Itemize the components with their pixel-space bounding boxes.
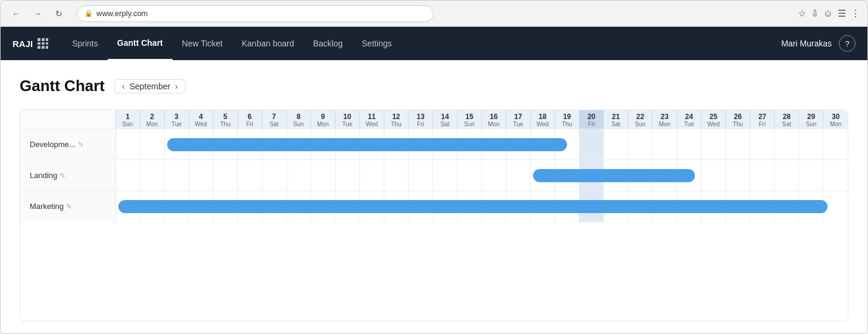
gantt-cell-1-5 xyxy=(213,160,237,191)
day-18: 18Wed xyxy=(531,110,555,129)
day-7: 7Sat xyxy=(262,110,286,129)
gantt-cell-1-7 xyxy=(262,160,286,191)
row-label-text-0: Developme... xyxy=(30,140,76,149)
gantt-cell-0-24 xyxy=(677,129,701,160)
day-3: 3Tue xyxy=(164,110,189,129)
day-6: 6Fri xyxy=(237,110,262,129)
gantt-cell-1-8 xyxy=(286,160,311,191)
gantt-cell-1-2 xyxy=(140,160,164,191)
month-nav: ‹ September › xyxy=(114,79,186,93)
month-label: September xyxy=(130,82,170,91)
day-28: 28Sat xyxy=(775,110,799,129)
navbar: RAJI Sprints Gantt Chart New Ticket Kanb… xyxy=(1,27,867,60)
nav-settings[interactable]: Settings xyxy=(352,27,402,60)
gantt-bar-2[interactable] xyxy=(118,200,828,213)
day-13: 13Fri xyxy=(408,110,433,129)
address-bar: 🔒 www.erply.com xyxy=(77,5,434,22)
page-title: Gantt Chart xyxy=(20,77,105,95)
extensions-icon[interactable]: ☰ xyxy=(838,8,846,19)
day-30: 30Mon xyxy=(823,110,848,129)
nav-gantt-chart[interactable]: Gantt Chart xyxy=(108,27,173,60)
profile-icon[interactable]: ☺ xyxy=(823,8,833,19)
row-label-0: Developme...✎ xyxy=(20,129,115,160)
gantt-cell-1-30 xyxy=(823,160,848,191)
edit-icon-0[interactable]: ✎ xyxy=(78,141,84,149)
row-label-text-1: Landing xyxy=(30,171,57,180)
gantt-cell-0-25 xyxy=(701,129,726,160)
day-14: 14Sat xyxy=(433,110,457,129)
gantt-bar-1[interactable] xyxy=(533,169,695,182)
gantt-cell-1-26 xyxy=(726,160,750,191)
gantt-chart: 1Sun 2Mon 3Tue 4Wed 5Thu 6Fri 7Sat 8Sun … xyxy=(20,110,848,321)
gantt-cell-0-27 xyxy=(750,129,775,160)
day-20: 20Fri xyxy=(579,110,604,129)
day-25: 25Wed xyxy=(701,110,726,129)
gantt-cell-1-15 xyxy=(457,160,481,191)
star-icon[interactable]: ☆ xyxy=(798,8,806,19)
brand: RAJI xyxy=(12,38,48,49)
day-21: 21Sat xyxy=(604,110,628,129)
gantt-cell-0-29 xyxy=(799,129,823,160)
forward-button[interactable]: → xyxy=(29,5,46,22)
nav-backlog[interactable]: Backlog xyxy=(303,27,352,60)
nav-new-ticket[interactable]: New Ticket xyxy=(173,27,232,60)
page-header: Gantt Chart ‹ September › xyxy=(20,77,848,95)
gantt-cell-0-28 xyxy=(775,129,799,160)
gantt-cell-1-4 xyxy=(189,160,213,191)
gantt-cell-1-16 xyxy=(481,160,506,191)
browser-window: ← → ↻ 🔒 www.erply.com ☆ ⇩ ☺ ☰ ⋮ RAJI xyxy=(0,0,868,334)
navbar-right: Mari Murakas ? xyxy=(781,35,856,52)
day-17: 17Tue xyxy=(506,110,531,129)
gantt-row: Marketing✎ xyxy=(20,191,848,222)
gantt-cell-0-1 xyxy=(115,129,140,160)
day-10: 10Tue xyxy=(335,110,359,129)
gantt-cell-0-30 xyxy=(823,129,848,160)
nav-sprints[interactable]: Sprints xyxy=(62,27,108,60)
next-month-button[interactable]: › xyxy=(174,82,179,91)
gantt-cell-1-17 xyxy=(506,160,531,191)
gantt-bar-0[interactable] xyxy=(167,138,568,151)
gantt-cell-0-23 xyxy=(653,129,677,160)
row-label-2: Marketing✎ xyxy=(20,191,115,222)
back-button[interactable]: ← xyxy=(8,5,24,22)
row-label-1: Landing✎ xyxy=(20,160,115,191)
gantt-cell-0-3 xyxy=(164,129,189,160)
gantt-cell-1-9 xyxy=(311,160,335,191)
gantt-cell-2-1 xyxy=(115,191,140,222)
gantt-cell-1-27 xyxy=(750,160,775,191)
download-icon[interactable]: ⇩ xyxy=(811,8,819,19)
security-icon: 🔒 xyxy=(84,10,93,17)
help-button[interactable]: ? xyxy=(839,35,856,52)
nav-kanban-board[interactable]: Kanban board xyxy=(232,27,303,60)
url-text: www.erply.com xyxy=(96,9,148,18)
day-27: 27Fri xyxy=(750,110,775,129)
gantt-cell-1-14 xyxy=(433,160,457,191)
day-16: 16Mon xyxy=(481,110,506,129)
day-5: 5Thu xyxy=(213,110,237,129)
main-content: Gantt Chart ‹ September › xyxy=(1,60,867,333)
edit-icon-2[interactable]: ✎ xyxy=(66,202,72,211)
menu-icon[interactable]: ⋮ xyxy=(851,8,860,19)
brand-name: RAJI xyxy=(12,39,33,49)
day-11: 11Wed xyxy=(359,110,384,129)
refresh-button[interactable]: ↻ xyxy=(51,5,67,22)
browser-right-icons: ☆ ⇩ ☺ ☰ ⋮ xyxy=(798,8,860,19)
day-19: 19Thu xyxy=(555,110,579,129)
gantt-cell-1-18 xyxy=(531,160,555,191)
gantt-cell-1-28 xyxy=(775,160,799,191)
edit-icon-1[interactable]: ✎ xyxy=(59,171,65,180)
gantt-cell-1-10 xyxy=(335,160,359,191)
prev-month-button[interactable]: ‹ xyxy=(121,82,126,91)
browser-toolbar: ← → ↻ 🔒 www.erply.com ☆ ⇩ ☺ ☰ ⋮ xyxy=(1,1,867,27)
day-1: 1Sun xyxy=(115,110,140,129)
day-9: 9Mon xyxy=(311,110,335,129)
gantt-label-header xyxy=(20,110,115,129)
gantt-cell-0-21 xyxy=(604,129,628,160)
gantt-cell-1-13 xyxy=(408,160,433,191)
gantt-cell-1-29 xyxy=(799,160,823,191)
day-2: 2Mon xyxy=(140,110,164,129)
gantt-header-row: 1Sun 2Mon 3Tue 4Wed 5Thu 6Fri 7Sat 8Sun … xyxy=(20,110,848,129)
user-name: Mari Murakas xyxy=(781,39,832,48)
day-4: 4Wed xyxy=(189,110,213,129)
gantt-cell-0-26 xyxy=(726,129,750,160)
